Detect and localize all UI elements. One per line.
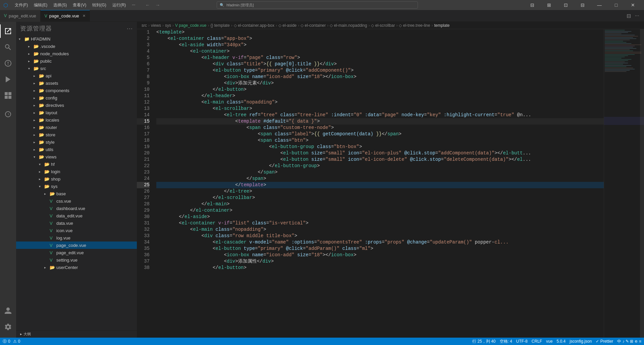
sidebar-item-css-vue[interactable]: V css.vue [16,197,137,205]
sidebar-item-views[interactable]: ▾ 📂 views [16,153,137,160]
menu-more[interactable]: ··· [129,2,138,9]
sidebar-item-setting-vue[interactable]: V setting.vue [16,256,137,264]
tab-close-button[interactable]: ✕ [83,14,86,18]
version-info[interactable]: 5.0.4 [557,339,566,344]
breadcrumb-template[interactable]: {} template [210,23,229,28]
search-bar[interactable]: 🔍 hfadmin [管理员] [217,1,418,9]
line-num: 8 [137,74,150,80]
code-line-9: <div>添加元素</div> [156,80,604,86]
sidebar-item-hf[interactable]: ▾ 📂 hf [16,160,137,168]
code-line-3: <el-aside width="340px"> [156,42,604,48]
activity-custom[interactable] [0,106,16,122]
sidebar-item-public[interactable]: ▸ 📂 public [16,57,137,65]
layout-button-1[interactable]: ⊟ [525,0,540,10]
minimize-button[interactable]: — [592,0,607,10]
line-ending-info[interactable]: CRLF [532,339,542,344]
menu-goto[interactable]: 转到(G) [90,2,109,9]
formatter-info[interactable]: ✓ Prettier [596,339,613,344]
sidebar-item-hfadmin[interactable]: ▾ 📁 HFADMIN [16,35,137,43]
breadcrumb-sep: › [298,23,299,28]
layout-button-3[interactable]: ⊡ [558,0,574,10]
sidebar-item-data-edit-vue[interactable]: V data_edit.vue [16,212,137,219]
sidebar-item-components[interactable]: ▸ 📂 components [16,87,137,94]
indent-info[interactable]: 空格: 4 [500,339,512,344]
breadcrumb-el-main[interactable]: ◇ el-main.nopadding [330,23,367,28]
sidebar-item-page-edit-vue[interactable]: V page_edit.vue [16,249,137,256]
sidebar-item-vscode[interactable]: ▸ 📂 .vscode [16,43,137,50]
sidebar-item-base[interactable]: ▸ 📂 base [16,190,137,197]
tab-page-edit[interactable]: V page_edit.vue [0,10,41,22]
code-editor[interactable]: 1 2 3 4 5 6 7 8 9 10 11 12 13 14 15 16 1 [137,29,644,338]
breadcrumb-el-scrollbar[interactable]: ◇ el-scrollbar [371,23,395,28]
breadcrumb-el-container[interactable]: ◇ el-container.app-box [234,23,274,28]
sidebar-more-button[interactable]: ··· [127,25,133,32]
sidebar-item-router[interactable]: ▸ 📂 router [16,124,137,131]
menu-run[interactable]: 运行(R) [110,2,129,9]
code-line-34: <el-cascader v-model="name" :options="co… [156,239,604,246]
sidebar-item-config[interactable]: ▸ 📂 config [16,94,137,101]
sidebar-item-src[interactable]: ▾ 📂 src [16,65,137,72]
sidebar-item-locales[interactable]: ▸ 📂 locales [16,116,137,124]
menu-edit[interactable]: 编辑(E) [31,2,50,9]
breadcrumb-file[interactable]: V page_code.vue [175,23,206,28]
sidebar-item-login[interactable]: ▸ 📂 login [16,168,137,175]
sidebar-item-label: log.vue [56,235,70,240]
config-info[interactable]: jsconfig.json [570,339,592,344]
minimap-slider[interactable] [640,29,644,338]
line-num: 18 [137,137,150,144]
back-button[interactable]: ← [143,2,152,8]
activity-search[interactable] [0,39,16,55]
sidebar-item-shop[interactable]: ▸ 📂 shop [16,175,137,183]
sidebar-item-assets[interactable]: ▸ 📂 assets [16,79,137,87]
sidebar-item-label: store [46,132,55,137]
cursor-position[interactable]: 行 25，列 40 [472,339,495,344]
svg-rect-39 [605,70,630,70]
breadcrumb-views[interactable]: views [151,23,161,28]
activity-run[interactable] [0,71,16,87]
code-content[interactable]: <template> <el-container class="app-box"… [154,29,604,338]
more-actions-button[interactable]: ··· [633,12,641,20]
menu-file[interactable]: 文件(F) [12,2,31,9]
close-button[interactable]: ✕ [625,0,641,10]
encoding-info[interactable]: UTF-8 [516,339,528,344]
activity-settings[interactable] [0,319,16,335]
sidebar-item-directives[interactable]: ▸ 📂 directives [16,101,137,109]
sidebar-item-node-modules[interactable]: ▸ 📂 node_modules [16,50,137,57]
outline-section[interactable]: ▸ 大纲 [16,330,137,338]
activity-explorer[interactable] [0,23,16,39]
breadcrumb-el-aside[interactable]: ◇ el-aside [278,23,297,28]
sidebar-item-data-vue[interactable]: V data.vue [16,219,137,227]
language-mode[interactable]: vue [546,339,552,344]
sidebar-item-page-code-vue[interactable]: V page_code.vue [16,242,137,249]
layout-button-4[interactable]: ⊟ [575,0,590,10]
breadcrumb-sep: › [148,23,150,28]
activity-account[interactable] [0,303,16,319]
line-num: 21 [137,156,150,163]
sidebar-item-usercenter[interactable]: ▸ 📂 userCenter [16,264,137,271]
menu-select[interactable]: 选择(S) [51,2,69,9]
sidebar-item-store[interactable]: ▸ 📂 store [16,131,137,138]
chevron-down-icon: ▾ [28,67,34,70]
tab-page-code[interactable]: V page_code.vue ✕ [41,10,90,22]
activity-extensions[interactable] [0,87,16,104]
sidebar-item-sys[interactable]: ▾ 📂 sys [16,183,137,190]
sidebar-item-api[interactable]: ▸ 📂 api [16,72,137,79]
menu-view[interactable]: 查看(V) [70,2,89,9]
breadcrumb-sys[interactable]: sys [165,23,171,28]
maximize-button[interactable]: □ [608,0,624,10]
chevron-right-icon: ▸ [34,111,39,115]
breadcrumb-src[interactable]: src [142,23,147,28]
layout-button-2[interactable]: ⊞ [541,0,557,10]
breadcrumb-el-tree[interactable]: ◇ el-tree.tree-line [399,23,430,28]
sidebar-item-style[interactable]: ▸ 📂 style [16,138,137,146]
forward-button[interactable]: → [153,2,162,8]
split-editor-button[interactable]: ⊟ [625,12,633,20]
sidebar-item-utils[interactable]: ▸ 📂 utils [16,146,137,153]
sidebar-item-log-vue[interactable]: V log.vue [16,234,137,242]
error-count[interactable]: ⓪ 0 ⚠ 0 [3,339,20,344]
breadcrumb-el-container2[interactable]: ◇ el-container [301,23,326,28]
activity-git[interactable] [0,55,16,71]
sidebar-item-layout[interactable]: ▸ 📂 layout [16,109,137,116]
sidebar-item-dashboard-vue[interactable]: V dashboard.vue [16,205,137,212]
sidebar-item-icon-vue[interactable]: V icon.vue [16,227,137,234]
